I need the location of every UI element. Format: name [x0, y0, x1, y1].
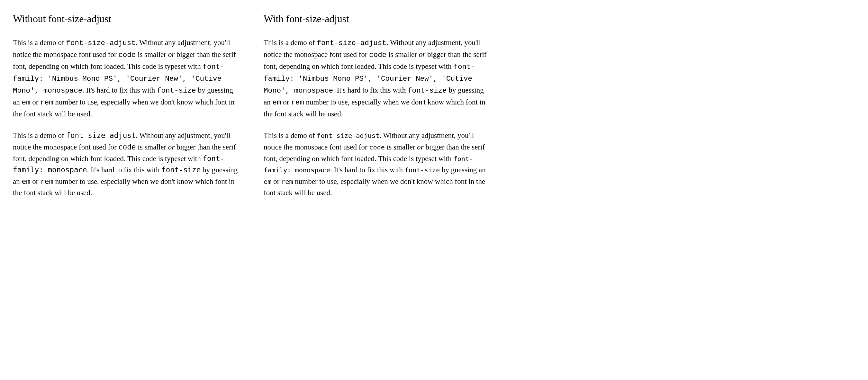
- text-run: . It's hard to fix this with: [82, 86, 157, 94]
- code-font-size-adjust: font-size-adjust: [317, 39, 386, 47]
- code-rem: rem: [40, 177, 53, 186]
- text-run: is smaller: [386, 51, 418, 59]
- emphasis-or: or: [419, 51, 425, 59]
- heading-without: Without font-size-adjust: [13, 13, 238, 25]
- code-font-size-adjust: font-size-adjust: [66, 39, 135, 47]
- code-font-size-adjust: font-size-adjust: [66, 131, 136, 139]
- code-font-size: font-size: [157, 87, 196, 95]
- text-run: is smaller: [385, 143, 417, 151]
- code-em: em: [264, 178, 271, 186]
- code-em: em: [22, 98, 30, 107]
- paragraph-2-right: This is a demo of font-size-adjust. With…: [264, 130, 489, 199]
- heading-with: With font-size-adjust: [264, 13, 489, 25]
- text-run: . It's hard to fix this with: [87, 166, 162, 174]
- column-with-adjust: With font-size-adjust This is a demo of …: [264, 13, 489, 209]
- code-code: code: [369, 144, 385, 151]
- text-run: number to use, especially when we don't …: [264, 178, 485, 197]
- code-rem: rem: [281, 178, 293, 186]
- text-run: is smaller: [136, 143, 168, 151]
- text-run: This is a demo of: [264, 39, 317, 46]
- code-font-size-adjust: font-size-adjust: [317, 132, 379, 139]
- code-font-size: font-size: [161, 165, 200, 174]
- text-run: This is a demo of: [13, 131, 66, 139]
- code-em: em: [272, 98, 281, 107]
- emphasis-or: or: [417, 143, 424, 151]
- code-rem: rem: [291, 98, 304, 107]
- code-code: code: [118, 143, 136, 151]
- text-run: or: [281, 98, 291, 106]
- emphasis-or: or: [168, 143, 175, 151]
- column-without-adjust: Without font-size-adjust This is a demo …: [13, 13, 238, 209]
- text-run: by guessing an: [440, 166, 486, 174]
- text-run: . It's hard to fix this with: [330, 166, 405, 174]
- text-run: This is a demo of: [264, 131, 317, 139]
- code-rem: rem: [40, 98, 53, 107]
- code-code: code: [369, 51, 386, 59]
- text-run: This is a demo of: [13, 39, 66, 46]
- text-run: . It's hard to fix this with: [333, 86, 408, 94]
- text-run: is smaller: [136, 51, 168, 59]
- paragraph-1-right: This is a demo of font-size-adjust. With…: [264, 37, 489, 120]
- paragraph-2-left: This is a demo of font-size-adjust. With…: [13, 130, 238, 199]
- two-column-layout: Without font-size-adjust This is a demo …: [13, 13, 495, 209]
- text-run: or: [31, 178, 40, 186]
- emphasis-or: or: [168, 51, 175, 59]
- code-font-size: font-size: [408, 87, 447, 95]
- text-run: or: [271, 178, 281, 186]
- code-em: em: [22, 177, 30, 186]
- paragraph-1-left: This is a demo of font-size-adjust. With…: [13, 37, 238, 120]
- code-font-size: font-size: [405, 166, 440, 174]
- text-run: or: [31, 98, 40, 106]
- code-code: code: [118, 51, 136, 59]
